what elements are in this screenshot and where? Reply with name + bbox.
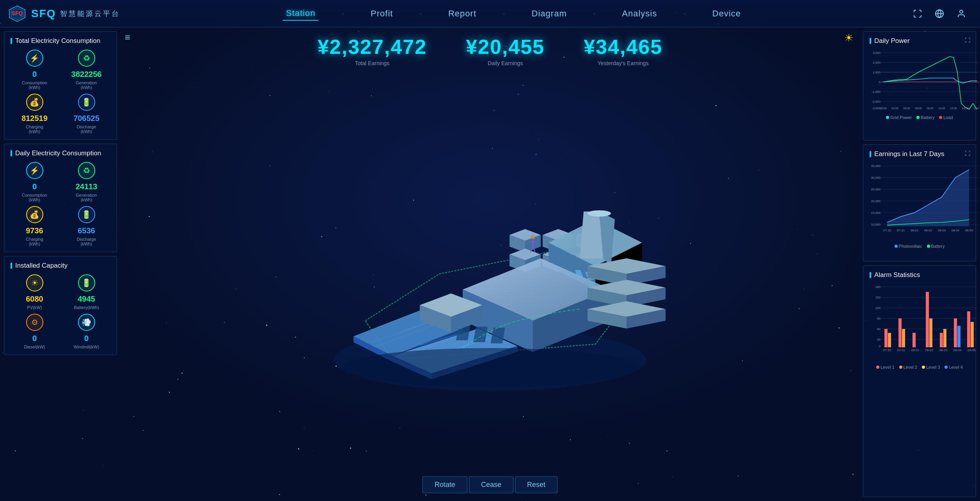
installed-capacity-title: Installed Capacity (11, 262, 110, 270)
svg-text:60: 60 (877, 327, 881, 331)
svg-point-45 (588, 210, 611, 217)
svg-text:08-01: 08-01 (911, 348, 920, 352)
legend-level3: Level 3 (922, 365, 940, 370)
svg-rect-127 (888, 333, 891, 347)
diesel-label: Diesel(kW) (24, 345, 45, 349)
nav-item-profit[interactable]: Profit (368, 7, 396, 20)
svg-text:2,000: 2,000 (873, 61, 881, 64)
svg-text:30: 30 (877, 338, 881, 341)
svg-text:1,000: 1,000 (873, 71, 881, 74)
battery-cap-label: Battery(kWh) (74, 305, 99, 310)
svg-rect-126 (884, 329, 888, 347)
svg-text:180: 180 (875, 285, 881, 289)
yesterday-earnings-value: ¥34,465 (584, 35, 662, 59)
nav-item-station[interactable]: Station (283, 7, 319, 21)
menu-icon[interactable]: ≡ (125, 32, 130, 43)
building-area (121, 70, 859, 501)
total-consumption-metric: ⚡ 0 Consumption(kWh) (11, 50, 59, 90)
svg-text:06:00: 06:00 (915, 107, 922, 110)
legend-grid-power: Grid Power (886, 115, 912, 120)
svg-point-5 (960, 10, 963, 13)
svg-rect-131 (926, 292, 929, 347)
svg-text:07-31: 07-31 (897, 229, 905, 232)
nav-item-device[interactable]: Device (709, 7, 744, 20)
logo-sfq: SFQ (31, 7, 56, 20)
windmill-value: 0 (84, 334, 89, 343)
svg-text:-2,000: -2,000 (872, 100, 881, 103)
daily-charging-metric: 💰 9736 Charging(kWh) (11, 206, 59, 246)
alarm-statistics-chart: 180 150 120 90 60 30 0 (870, 283, 969, 362)
svg-rect-133 (940, 333, 943, 347)
sun-icon[interactable]: ☀ (844, 32, 853, 44)
svg-text:SFQ: SFQ (12, 10, 23, 16)
total-charging-value: 812519 (21, 114, 48, 123)
svg-rect-138 (971, 322, 974, 347)
reset-button[interactable]: Reset (515, 476, 557, 493)
svg-text:25,000: 25,000 (871, 188, 881, 191)
daily-power-legend: Grid Power Battery Load (870, 115, 969, 120)
earnings-7days-legend: Photovoltaic Battery (870, 244, 969, 249)
total-electricity-title: Total Electricity Consumption (11, 37, 110, 45)
total-generation-label: Generation(kWh) (76, 80, 97, 90)
daily-generation-value: 24113 (76, 182, 98, 191)
total-charging-metric: 💰 812519 Charging(kWh) (11, 94, 59, 134)
daily-power-expand[interactable]: ⛶ (965, 37, 970, 43)
fullscreen-icon[interactable] (911, 7, 925, 21)
installed-capacity-section: Installed Capacity ☀ 6080 PV(kW) 🔋 4945 … (4, 256, 117, 355)
user-icon[interactable] (954, 7, 968, 21)
daily-discharge-value: 6536 (78, 226, 95, 235)
svg-text:20,000: 20,000 (871, 199, 881, 203)
battery-cap-icon: 🔋 (78, 274, 95, 291)
total-generation-metric: ♻ 3822256 Generation(kWh) (62, 50, 110, 90)
svg-text:150: 150 (875, 296, 881, 299)
daily-charging-value: 9736 (26, 226, 43, 235)
windmill-metric: 💨 0 Windmill(kW) (62, 314, 110, 349)
svg-rect-134 (943, 329, 946, 347)
daily-power-panel: Daily Power ⛶ 3,000 2,000 1,000 0 -1,000… (863, 31, 976, 140)
svg-marker-105 (887, 170, 969, 226)
nav-item-analysis[interactable]: Analysis (619, 7, 660, 20)
alarm-statistics-panel: Alarm Statistics 180 150 120 90 60 30 0 (863, 265, 976, 497)
legend-level1: Level 1 (876, 365, 894, 370)
svg-text:15,000: 15,000 (871, 211, 881, 215)
alarm-statistics-title: Alarm Statistics (870, 271, 969, 279)
svg-text:08-02: 08-02 (925, 348, 934, 352)
daily-power-title: Daily Power (870, 37, 969, 45)
svg-text:00:00: 00:00 (880, 107, 887, 110)
svg-text:10:00: 10:00 (938, 107, 945, 110)
pv-label: PV(kW) (27, 305, 42, 310)
rotate-button[interactable]: Rotate (423, 476, 467, 493)
pv-value: 6080 (26, 295, 43, 304)
svg-text:120: 120 (875, 306, 881, 310)
total-electricity-section: Total Electricity Consumption ⚡ 0 Consum… (4, 31, 117, 140)
svg-rect-135 (954, 318, 957, 347)
total-consumption-value: 0 (32, 70, 37, 79)
total-electricity-metrics: ⚡ 0 Consumption(kWh) ♻ 3822256 Generatio… (11, 50, 110, 134)
legend-load: Load (939, 115, 953, 120)
svg-text:08-03: 08-03 (938, 229, 946, 232)
svg-text:04:00: 04:00 (903, 107, 910, 110)
earnings-7days-expand[interactable]: ⛶ (965, 150, 970, 156)
logo-area: SFQ SFQ 智慧能源云平台 (0, 4, 125, 23)
svg-rect-128 (898, 318, 902, 347)
daily-consumption-label: Consumption(kWh) (22, 193, 47, 202)
diesel-value: 0 (32, 334, 37, 343)
legend-photovoltaic: Photovoltaic (895, 244, 922, 249)
nav-item-diagram[interactable]: Diagram (529, 7, 570, 20)
daily-charging-icon: 💰 (26, 206, 43, 223)
svg-text:3,000: 3,000 (873, 51, 881, 55)
svg-text:07-30: 07-30 (883, 229, 891, 232)
battery-cap-metric: 🔋 4945 Battery(kWh) (62, 274, 110, 310)
globe-icon[interactable] (932, 7, 946, 21)
windmill-icon: 💨 (78, 314, 95, 331)
total-discharge-label: Discharge(kWh) (77, 124, 96, 134)
svg-rect-129 (902, 329, 905, 347)
daily-earnings-value: ¥20,455 (466, 35, 545, 59)
daily-discharge-metric: 🔋 6536 Discharge(kWh) (62, 206, 110, 246)
svg-text:35,000: 35,000 (871, 164, 881, 168)
svg-text:12:00: 12:00 (950, 107, 957, 110)
nav-item-report[interactable]: Report (445, 7, 479, 20)
battery-cap-value: 4945 (78, 295, 95, 304)
charging-icon: 💰 (26, 94, 43, 111)
cease-button[interactable]: Cease (469, 476, 513, 493)
